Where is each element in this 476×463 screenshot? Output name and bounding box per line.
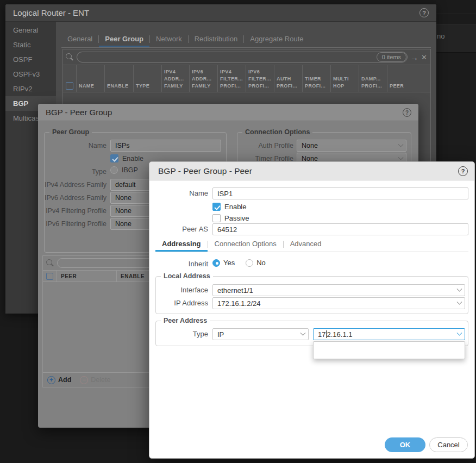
tab-addressing[interactable]: Addressing: [155, 239, 208, 252]
column-header-damp-profi[interactable]: DAMP...PROFI...: [359, 65, 387, 92]
column-header-line: PEER: [390, 83, 429, 90]
name-input[interactable]: ISP1: [212, 187, 468, 199]
enable-checkbox[interactable]: [212, 203, 221, 211]
peer-as-input[interactable]: 64512: [212, 223, 468, 235]
chevron-down-icon: [300, 330, 306, 335]
ipv4-af-value: default: [115, 181, 136, 189]
peer-ip-after-caret: 2.16.1.1: [327, 330, 352, 339]
type-label: Type: [49, 167, 107, 176]
ok-button[interactable]: OK: [385, 437, 425, 452]
search-icon: [65, 53, 74, 61]
inherit-no-label: No: [256, 259, 266, 267]
search-icon: [46, 259, 54, 267]
connection-options-legend: Connection Options: [242, 128, 312, 136]
chevron-down-icon: [398, 154, 404, 160]
column-header-line: IPV6: [248, 68, 272, 76]
ipv4-fp-label: IPv4 Filtering Profile: [45, 207, 107, 215]
tab-aggregate-route[interactable]: Aggregate Route: [244, 30, 309, 47]
column-header-line: DAMP...: [361, 76, 385, 83]
logical-router-titlebar: Logical Router - ENT ?: [5, 4, 436, 22]
column-header-ipv6-filter-profi[interactable]: IPV6FILTER...PROFI...: [246, 65, 274, 92]
tab-advanced[interactable]: Advanced: [284, 239, 328, 252]
column-header-line: NAME: [79, 83, 102, 90]
auth-profile-select[interactable]: None: [297, 140, 406, 152]
column-header-timer-profi[interactable]: TIMERPROFI...: [302, 65, 330, 92]
enable-label: Enable: [122, 155, 143, 162]
tab-general[interactable]: General: [61, 30, 98, 47]
passive-checkbox[interactable]: [212, 214, 221, 222]
column-header-multi-hop[interactable]: MULTIHOP: [330, 65, 359, 92]
tab-network[interactable]: Network: [150, 30, 188, 47]
peer-column-header[interactable]: PEER: [57, 271, 116, 281]
interface-label: Interface: [154, 286, 208, 295]
sidebar-item-static[interactable]: Static: [5, 37, 56, 52]
column-header-peer[interactable]: PEER: [387, 65, 431, 92]
background-divider: [436, 14, 476, 14]
peer-address-legend: Peer Address: [161, 317, 210, 324]
clear-filter-icon[interactable]: ✕: [421, 53, 427, 61]
column-header-ipv4-addr-family[interactable]: IPV4ADDR...FAMILY: [161, 65, 189, 92]
sidebar-item-ripv2[interactable]: RIPv2: [5, 82, 56, 96]
inherit-radio-group: Yes No: [212, 259, 266, 267]
column-header-line: PROFI...: [220, 83, 243, 90]
passive-label: Passive: [224, 214, 249, 222]
inherit-yes-radio[interactable]: [212, 259, 220, 267]
tab-connection-options[interactable]: Connection Options: [208, 239, 283, 252]
ipv6-fp-label: IPv6 Filtering Profile: [45, 220, 107, 228]
logical-router-tabs: GeneralPeer GroupNetworkRedistributionAg…: [61, 30, 431, 48]
name-input[interactable]: ISPs: [110, 140, 221, 152]
tab-redistribution[interactable]: Redistribution: [189, 30, 244, 47]
sidebar-item-ospf[interactable]: OSPF: [5, 52, 56, 67]
enable-row: Enable: [212, 203, 246, 211]
inherit-no-radio[interactable]: [246, 259, 253, 267]
items-count-badge: 0 items: [377, 52, 406, 62]
help-icon[interactable]: ?: [458, 166, 468, 176]
select-all-checkbox[interactable]: [46, 273, 53, 280]
chevron-down-icon: [457, 286, 462, 291]
column-header-type[interactable]: TYPE: [133, 65, 161, 92]
column-header-line: TIMER: [305, 76, 328, 83]
sidebar-item-ospfv3[interactable]: OSPFv3: [5, 67, 56, 82]
ip-address-select[interactable]: 172.16.1.2/24: [212, 297, 465, 309]
column-header-line: IPV4: [164, 68, 187, 76]
peer-ip-dropdown-panel[interactable]: [313, 341, 465, 359]
enable-checkbox[interactable]: [110, 154, 118, 162]
ipv6-fp-value: None: [115, 220, 131, 228]
ip-address-label: IP Address: [154, 299, 208, 308]
column-header-line: TYPE: [136, 83, 159, 90]
peer-type-value: IP: [217, 330, 224, 339]
ip-address-value: 172.16.1.2/24: [217, 299, 261, 308]
peer-type-select[interactable]: IP: [212, 328, 309, 340]
column-header-line: ENABLE: [107, 83, 131, 90]
add-button[interactable]: + Add: [47, 376, 71, 384]
passive-row: Passive: [212, 214, 249, 222]
delete-button[interactable]: − Delete: [80, 376, 110, 384]
search-input[interactable]: 0 items: [77, 52, 408, 62]
peer-ip-before-caret: 17: [318, 330, 325, 339]
peer-tabs: AddressingConnection OptionsAdvanced: [155, 239, 468, 252]
local-address-legend: Local Address: [161, 272, 213, 280]
column-header-line: PROFI...: [248, 83, 272, 90]
column-header-enable[interactable]: ENABLE: [104, 65, 133, 92]
sidebar-item-general[interactable]: General: [5, 23, 56, 37]
type-label: Type: [154, 330, 208, 339]
peer-ip-value: 172.16.1.1: [318, 330, 352, 339]
column-header-ipv6-addr-family[interactable]: IPV6ADDR...FAMILY: [189, 65, 217, 92]
tab-peer-group[interactable]: Peer Group: [99, 30, 149, 47]
select-all-checkbox[interactable]: [66, 82, 73, 90]
peer-ip-combobox[interactable]: 172.16.1.1: [313, 328, 465, 340]
help-icon[interactable]: ?: [403, 108, 411, 117]
help-icon[interactable]: ?: [419, 8, 429, 17]
ipv6-af-value: None: [115, 194, 131, 202]
column-header-name[interactable]: NAME: [76, 65, 104, 92]
interface-select[interactable]: ethernet1/1: [212, 284, 465, 296]
auth-profile-value: None: [302, 142, 318, 149]
column-header-line: FILTER...: [248, 76, 272, 83]
column-header-ipv4-filter-profi[interactable]: IPV4FILTER...PROFI...: [217, 65, 246, 92]
chevron-down-icon: [398, 141, 404, 147]
cancel-button[interactable]: Cancel: [429, 437, 468, 452]
apply-filter-icon[interactable]: →: [410, 53, 418, 61]
type-ibgp-radio[interactable]: [110, 166, 118, 174]
column-header-auth-profi[interactable]: AUTHPROFI...: [274, 65, 302, 92]
name-label: Name: [49, 141, 107, 150]
